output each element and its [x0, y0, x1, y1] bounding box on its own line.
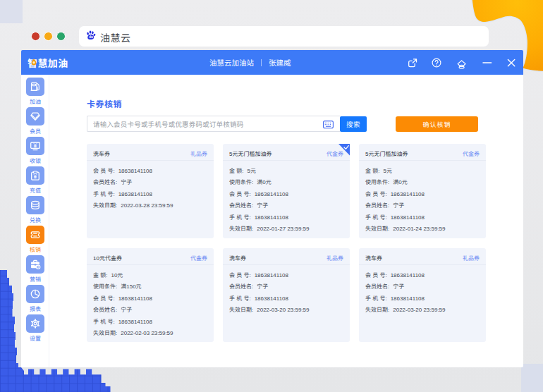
svg-text:du: du — [89, 35, 93, 39]
